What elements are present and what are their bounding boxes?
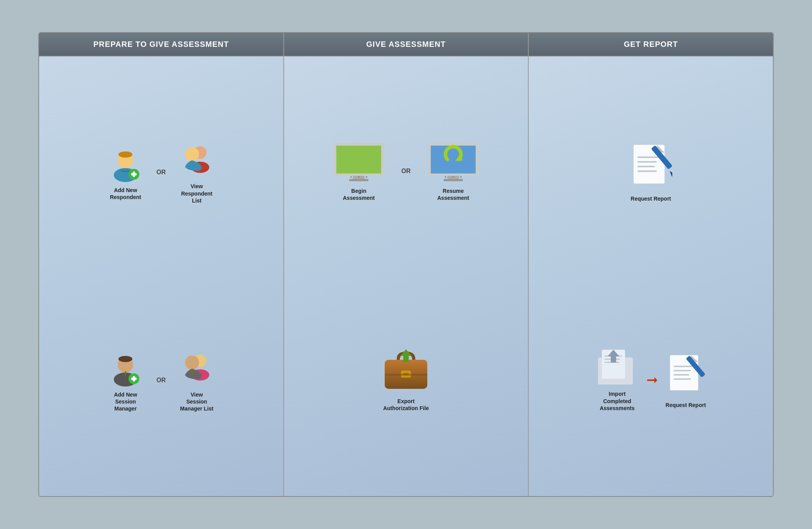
export-authorization-file-button[interactable]: ExportAuthorization File — [381, 347, 431, 412]
report-body: Request Report — [529, 57, 773, 496]
svg-rect-37 — [385, 374, 427, 376]
svg-point-32 — [460, 176, 462, 178]
prepare-body: Add NewRespondent OR ViewRe — [39, 57, 283, 496]
add-respondent-label: Add NewRespondent — [110, 187, 141, 201]
request-report-top-label: Request Report — [631, 195, 671, 202]
arrow-right-icon: ➞ — [646, 372, 658, 388]
import-completed-icon — [596, 348, 639, 386]
session-manager-row: Add NewSessionManager OR — [47, 349, 276, 412]
add-respondent-icon — [106, 144, 145, 183]
svg-rect-43 — [637, 156, 659, 158]
or-text-2: OR — [156, 377, 166, 384]
svg-rect-46 — [637, 170, 657, 172]
view-session-manager-list-label: ViewSessionManager List — [180, 391, 213, 412]
resume-assessment-label: ResumeAssessment — [437, 187, 469, 201]
svg-rect-59 — [673, 366, 693, 367]
svg-point-17 — [185, 356, 199, 369]
svg-marker-48 — [668, 170, 672, 177]
add-new-session-manager-button[interactable]: Add NewSessionManager — [106, 349, 145, 412]
svg-rect-61 — [673, 374, 689, 376]
request-report-bottom-icon — [666, 351, 705, 398]
prepare-section: Add NewRespondent OR ViewRe — [47, 68, 276, 484]
svg-rect-21 — [349, 179, 368, 181]
svg-point-22 — [350, 176, 352, 178]
svg-point-8 — [185, 148, 199, 161]
main-container: PREPARE TO GIVE ASSESSMENT — [38, 32, 774, 497]
request-report-top-icon — [630, 141, 672, 191]
svg-point-11 — [118, 356, 132, 362]
svg-point-23 — [358, 176, 360, 178]
give-column: GIVE ASSESSMENT — [284, 33, 529, 496]
export-authorization-icon — [381, 347, 431, 394]
begin-assessment-label: BeginAssessment — [343, 187, 375, 201]
request-report-top-button[interactable]: Request Report — [630, 141, 672, 202]
svg-point-24 — [366, 176, 367, 178]
prepare-header: PREPARE TO GIVE ASSESSMENT — [39, 33, 283, 57]
report-bottom-row: ImportCompletedAssessments ➞ — [596, 348, 706, 412]
respondent-row: Add NewRespondent OR ViewRe — [47, 140, 276, 204]
request-report-bottom-label: Request Report — [666, 402, 706, 409]
import-completed-label: ImportCompletedAssessments — [600, 390, 634, 412]
report-column: GET REPORT — [529, 33, 773, 496]
view-session-manager-list-icon — [177, 349, 216, 387]
assessment-row: BeginAssessment OR — [332, 141, 480, 201]
prepare-column: PREPARE TO GIVE ASSESSMENT — [39, 33, 284, 496]
view-session-manager-list-button[interactable]: ViewSessionManager List — [177, 349, 216, 412]
give-body: BeginAssessment OR — [284, 57, 528, 496]
view-respondent-list-button[interactable]: ViewRespondentList — [177, 140, 216, 204]
svg-rect-44 — [637, 161, 657, 163]
svg-rect-62 — [673, 378, 691, 380]
report-section: Request Report — [536, 68, 765, 484]
add-session-manager-icon — [106, 349, 145, 387]
svg-rect-14 — [131, 378, 137, 380]
view-respondent-list-icon — [177, 140, 216, 179]
svg-rect-5 — [131, 173, 137, 175]
export-row: ExportAuthorization File — [381, 347, 431, 412]
resume-assessment-button[interactable]: ResumeAssessment — [426, 141, 480, 201]
svg-rect-29 — [444, 179, 463, 181]
svg-point-2 — [118, 151, 132, 158]
begin-assessment-button[interactable]: BeginAssessment — [332, 141, 386, 201]
report-header: GET REPORT — [529, 33, 773, 57]
svg-point-30 — [445, 176, 446, 178]
resume-assessment-icon — [426, 141, 480, 184]
export-authorization-label: ExportAuthorization File — [383, 398, 429, 412]
svg-point-31 — [452, 176, 454, 178]
svg-rect-60 — [673, 370, 691, 371]
give-header: GIVE ASSESSMENT — [284, 33, 528, 57]
view-respondent-list-label: ViewRespondentList — [181, 183, 212, 204]
give-section: BeginAssessment OR — [292, 68, 521, 484]
or-text-1: OR — [156, 169, 166, 176]
or-text-3: OR — [401, 168, 411, 175]
add-new-respondent-button[interactable]: Add NewRespondent — [106, 144, 145, 201]
svg-rect-19 — [336, 146, 381, 173]
svg-rect-26 — [431, 146, 476, 173]
request-report-bottom-button[interactable]: Request Report — [666, 351, 706, 409]
begin-assessment-icon — [332, 141, 386, 184]
add-session-manager-label: Add NewSessionManager — [114, 391, 137, 412]
import-completed-assessments-button[interactable]: ImportCompletedAssessments — [596, 348, 639, 412]
svg-rect-45 — [637, 166, 655, 167]
